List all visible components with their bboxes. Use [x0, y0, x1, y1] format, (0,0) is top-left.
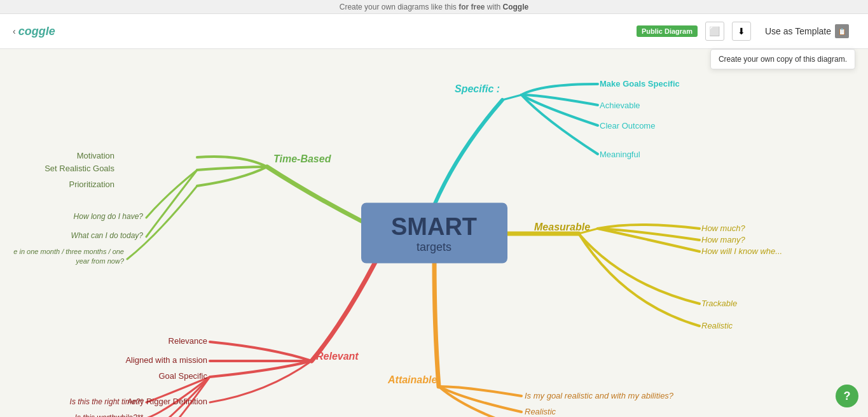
svg-text:How many?: How many?: [701, 235, 745, 244]
svg-text:Make Goals Specific: Make Goals Specific: [600, 79, 680, 88]
svg-text:Achievable: Achievable: [600, 101, 640, 110]
download-button[interactable]: ⬇: [732, 22, 751, 41]
svg-text:Is this worthwhile?**: Is this worthwhile?**: [75, 413, 144, 417]
tooltip: Create your own copy of this diagram.: [710, 49, 855, 69]
svg-text:Set Realistic Goals: Set Realistic Goals: [45, 164, 114, 173]
back-arrow: ‹: [13, 26, 16, 36]
svg-text:year from now?: year from now?: [75, 257, 125, 265]
public-badge: Public Diagram: [637, 25, 698, 37]
center-title: SMART: [391, 213, 477, 240]
logo: coggle: [18, 25, 55, 38]
svg-text:Goal Specific: Goal Specific: [158, 371, 207, 381]
svg-text:How much?: How much?: [701, 223, 745, 233]
download-icon: ⬇: [738, 26, 745, 36]
svg-text:Realistic: Realistic: [525, 407, 556, 416]
top-banner: Create your own diagrams like this for f…: [0, 0, 868, 14]
back-link[interactable]: ‹ coggle: [13, 25, 55, 38]
svg-text:Is this the right time?*: Is this the right time?*: [70, 397, 144, 406]
template-icon: 📋: [835, 24, 849, 38]
svg-text:Measurable: Measurable: [534, 222, 590, 232]
svg-text:e in one month / three months : e in one month / three months / one: [13, 248, 124, 255]
center-subtitle: targets: [417, 240, 451, 253]
svg-text:What can I do today?: What can I do today?: [71, 231, 144, 240]
help-icon: ?: [844, 390, 851, 403]
svg-text:Clear Outcome: Clear Outcome: [600, 121, 655, 131]
banner-text: Create your own diagrams like this for f…: [340, 3, 528, 11]
svg-text:Meaningful: Meaningful: [600, 150, 640, 159]
svg-text:Realistic: Realistic: [701, 321, 733, 330]
svg-text:Is my goal realistic and with : Is my goal realistic and with my abiliti…: [525, 391, 674, 400]
use-as-template-button[interactable]: Use as Template 📋: [759, 20, 855, 42]
svg-text:How will I know whe...: How will I know whe...: [701, 246, 782, 256]
monitor-icon: ⬜: [709, 26, 720, 36]
svg-text:Aligned with a mission: Aligned with a mission: [125, 355, 207, 365]
svg-text:Trackable: Trackable: [701, 299, 737, 308]
canvas: Specific : Make Goals Specific Achievabl…: [0, 49, 868, 417]
svg-text:Motivation: Motivation: [77, 151, 114, 160]
svg-text:Time-Based: Time-Based: [273, 153, 332, 164]
banner-highlight: for free: [458, 3, 485, 11]
svg-text:Specific :: Specific :: [455, 83, 500, 94]
use-template-label: Use as Template: [765, 26, 831, 36]
help-button[interactable]: ?: [836, 385, 858, 407]
svg-text:Relevant: Relevant: [316, 351, 359, 362]
svg-text:Attainable: Attainable: [387, 374, 437, 385]
center-node: SMART targets: [361, 203, 507, 264]
banner-brand: Coggle: [503, 3, 529, 11]
header: ‹ coggle Public Diagram ⬜ ⬇ Use as Templ…: [0, 14, 868, 49]
header-right: Public Diagram ⬜ ⬇ Use as Template 📋: [637, 20, 855, 42]
monitor-button[interactable]: ⬜: [705, 22, 724, 41]
svg-text:Relevance: Relevance: [169, 336, 207, 346]
tooltip-text: Create your own copy of this diagram.: [719, 55, 847, 64]
svg-text:How long do I have?: How long do I have?: [74, 212, 144, 221]
svg-text:Prioritization: Prioritization: [69, 180, 114, 189]
